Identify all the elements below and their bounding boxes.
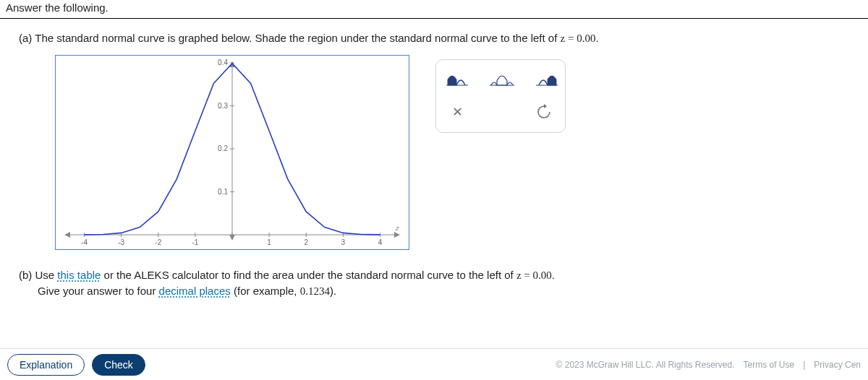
svg-text:-1: -1 bbox=[192, 238, 198, 246]
svg-text:-4: -4 bbox=[81, 238, 88, 246]
part-b-text3: . bbox=[552, 269, 555, 281]
decimal-places-link[interactable]: decimal places bbox=[159, 285, 231, 297]
normal-curve-graph[interactable]: -4-3-2-112340.10.20.30.4z bbox=[55, 55, 409, 250]
part-b-label: (b) bbox=[19, 269, 32, 281]
shade-between-tool[interactable] bbox=[490, 69, 514, 89]
svg-marker-2 bbox=[394, 232, 400, 238]
svg-marker-1 bbox=[64, 232, 70, 238]
part-a-text-after: . bbox=[595, 32, 598, 44]
clear-button[interactable]: ✕ bbox=[446, 102, 468, 122]
svg-text:0.4: 0.4 bbox=[218, 59, 228, 66]
footer: © 2023 McGraw Hill LLC. All Rights Reser… bbox=[556, 360, 861, 370]
shade-right-tool[interactable] bbox=[536, 69, 558, 89]
svg-text:3: 3 bbox=[341, 238, 346, 246]
instruction-bar: Answer the following. bbox=[0, 0, 868, 19]
bottom-bar: Explanation Check © 2023 McGraw Hill LLC… bbox=[0, 348, 868, 380]
part-b-example: 0.1234 bbox=[300, 285, 330, 297]
svg-text:0.1: 0.1 bbox=[218, 188, 228, 196]
part-a-z-expression: z = 0.00 bbox=[561, 33, 596, 44]
part-b-line2-end: ). bbox=[330, 285, 336, 297]
svg-text:2: 2 bbox=[304, 238, 308, 246]
close-icon: ✕ bbox=[452, 104, 463, 120]
part-b-prompt: (b) Use this table or the ALEKS calculat… bbox=[19, 269, 849, 298]
check-button[interactable]: Check bbox=[92, 354, 145, 376]
shade-tool-panel: ✕ bbox=[435, 59, 566, 133]
svg-text:4: 4 bbox=[378, 238, 383, 246]
reset-icon bbox=[536, 104, 552, 120]
part-b-text2: or the ALEKS calculator to find the area… bbox=[101, 269, 516, 281]
copyright-text: © 2023 McGraw Hill LLC. All Rights Reser… bbox=[556, 360, 735, 370]
reset-button[interactable] bbox=[533, 102, 555, 122]
privacy-link[interactable]: Privacy Cen bbox=[814, 360, 861, 370]
question-content: (a) The standard normal curve is graphed… bbox=[0, 19, 868, 298]
part-a-prompt: (a) The standard normal curve is graphed… bbox=[19, 32, 849, 45]
part-b-line2-after: (for example, bbox=[231, 285, 300, 297]
part-b-line2-before: Give your answer to four bbox=[38, 285, 159, 297]
svg-text:0.3: 0.3 bbox=[218, 102, 228, 110]
svg-text:-3: -3 bbox=[118, 238, 124, 246]
svg-text:0.2: 0.2 bbox=[218, 144, 228, 152]
svg-text:z: z bbox=[395, 225, 399, 232]
shade-left-tool[interactable] bbox=[446, 69, 468, 89]
part-b-text1: Use bbox=[32, 269, 57, 281]
part-a-text-before: The standard normal curve is graphed bel… bbox=[32, 32, 560, 44]
part-b-z-expression: z = 0.00 bbox=[516, 269, 552, 281]
terms-link[interactable]: Terms of Use bbox=[744, 360, 795, 370]
this-table-link[interactable]: this table bbox=[57, 269, 101, 281]
part-a-label: (a) bbox=[19, 32, 32, 44]
instruction-text: Answer the following. bbox=[6, 1, 109, 14]
explanation-button[interactable]: Explanation bbox=[7, 354, 85, 376]
svg-text:-2: -2 bbox=[155, 238, 161, 246]
svg-text:1: 1 bbox=[267, 238, 271, 246]
